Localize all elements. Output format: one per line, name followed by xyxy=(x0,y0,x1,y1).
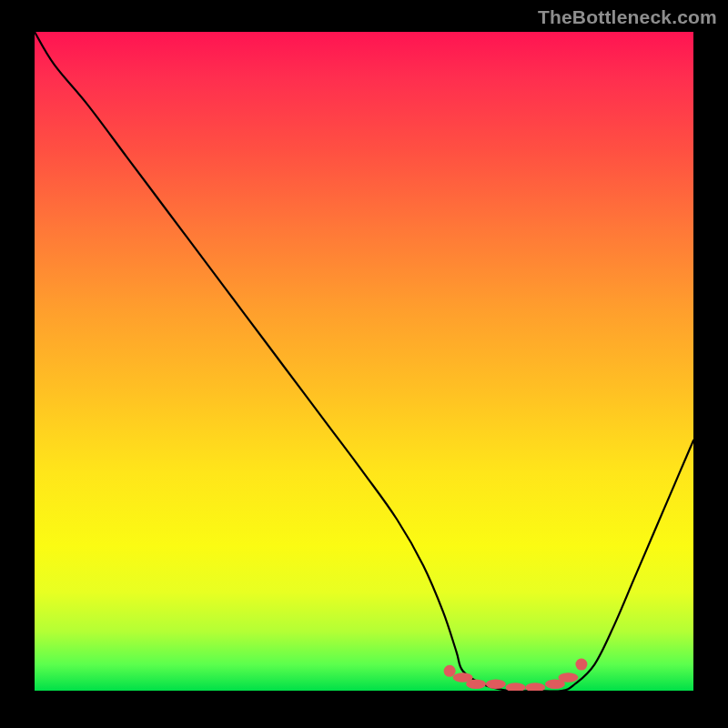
marker-dot xyxy=(558,672,578,682)
watermark-text: TheBottleneck.com xyxy=(538,6,717,28)
marker-dot xyxy=(444,665,456,677)
chart-svg xyxy=(35,32,693,691)
marker-dot xyxy=(466,680,486,689)
marker-dot xyxy=(506,682,526,691)
optimal-range-markers xyxy=(444,659,588,691)
marker-dot xyxy=(575,659,587,671)
chart-container: TheBottleneck.com xyxy=(0,0,728,728)
plot-area xyxy=(35,32,693,691)
marker-dot xyxy=(525,682,545,691)
marker-dot xyxy=(486,680,506,689)
bottleneck-curve xyxy=(35,32,693,691)
